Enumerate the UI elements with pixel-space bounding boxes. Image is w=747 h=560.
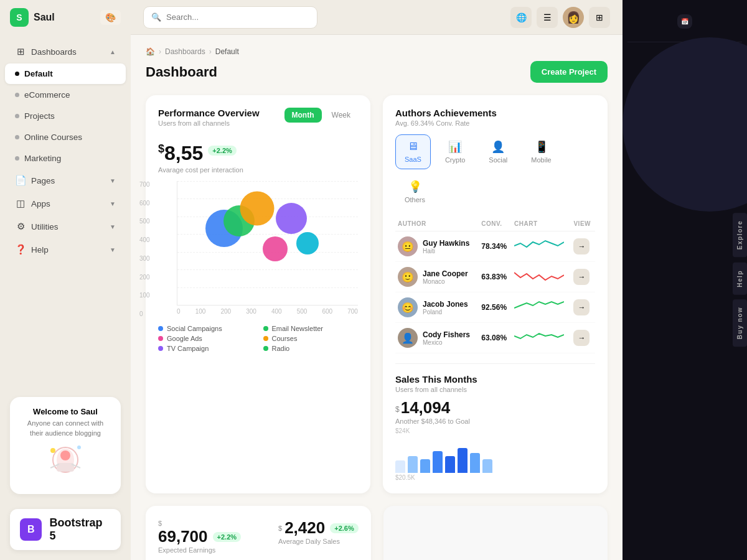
settings-button[interactable]: ☰ (537, 7, 558, 28)
col-chart: CHART (512, 217, 571, 231)
help-label[interactable]: Help (733, 263, 747, 295)
y-axis-labels: 7006005004003002001000 (139, 181, 150, 317)
placeholder-card (383, 506, 608, 560)
content-area: 🏠 › Dashboards › Default Dashboard Creat… (131, 35, 622, 560)
sales-month-title: Sales This Months (395, 374, 477, 385)
cards-row: Performance Overview Users from all chan… (146, 95, 608, 493)
sidebar-toggle-button[interactable]: 🎨 (100, 10, 121, 25)
tab-mobile[interactable]: 📱 Mobile (522, 134, 560, 169)
app-name: Saul (34, 12, 55, 23)
chevron-icon: ▼ (110, 223, 116, 230)
home-icon: 🏠 (146, 47, 155, 56)
earnings-badge: +2.2% (213, 532, 242, 542)
pages-icon: 📄 (15, 175, 26, 186)
user-avatar[interactable]: 👩 (563, 7, 584, 28)
author-avatar: 😐 (398, 236, 418, 256)
authors-card: Authors Achievements Avg. 69.34% Conv. R… (383, 95, 608, 493)
view-button[interactable]: → (573, 299, 590, 315)
sidebar-item-default[interactable]: Default (5, 63, 126, 84)
authors-tabs: 🖥 SaaS 📊 Crypto 👤 Social 📱 Mobile (395, 134, 595, 209)
right-panel: 📅 🔔 🏠 { } ⊞ Explore Help Buy now (622, 0, 747, 560)
sidebar-item-help[interactable]: ❓ Help ▼ (5, 238, 126, 261)
sidebar-item-marketing[interactable]: Marketing (5, 148, 126, 169)
grid-line (177, 269, 358, 270)
sidebar-item-label: Apps (31, 199, 50, 208)
chart-tabs: Month Week (284, 108, 358, 123)
bar (433, 451, 443, 473)
legend-dot (158, 326, 163, 331)
sparkline-chart (514, 299, 564, 314)
create-project-button[interactable]: Create Project (530, 61, 608, 83)
svg-point-5 (77, 446, 81, 449)
legend-dot (158, 346, 163, 351)
performance-label: Avarage cost per interaction (158, 166, 358, 174)
bubble-ads (240, 191, 274, 225)
performance-value: $8,55 (158, 142, 203, 165)
chevron-icon: ▼ (110, 246, 116, 253)
legend-social: Social Campaigns (158, 325, 253, 332)
sidebar-item-label: Dashboards (31, 47, 77, 57)
daily-sales-badge: +2.6% (330, 523, 359, 533)
notification-button[interactable]: 🌐 (510, 7, 532, 28)
calendar-widget: 📅 (677, 14, 692, 29)
tab-saas[interactable]: 🖥 SaaS (395, 134, 431, 169)
bubble-chart (177, 181, 358, 306)
table-row: 😊 Jacob Jones Poland 92.56% (395, 292, 595, 323)
legend-dot (263, 346, 268, 351)
sidebar-item-pages[interactable]: 📄 Pages ▼ (5, 169, 126, 192)
performance-badge: +2.2% (208, 146, 237, 156)
search-bar: 🔍 (143, 6, 317, 29)
sidebar-item-utilities[interactable]: ⚙ Utilities ▼ (5, 215, 126, 238)
daily-sales-title: Average Daily Sales (278, 538, 359, 545)
buy-now-label[interactable]: Buy now (733, 299, 747, 347)
welcome-subtitle: Anyone can connect with their audience b… (20, 419, 111, 438)
tab-week[interactable]: Week (324, 108, 358, 123)
tab-month[interactable]: Month (284, 108, 322, 123)
sidebar-item-label: Marketing (24, 154, 61, 163)
sidebar-item-dashboards[interactable]: ⊞ Dashboards ▲ (5, 40, 126, 63)
tab-social[interactable]: 👤 Social (479, 134, 517, 169)
bootstrap-label: Bootstrap 5 (49, 516, 111, 543)
nav-dot (15, 156, 19, 161)
col-author: AUTHOR (395, 217, 479, 231)
authors-title: Authors Achievements (395, 108, 595, 118)
sidebar-item-label: Default (24, 69, 53, 78)
table-row: 👤 Cody Fishers Mexico 63.08% (395, 323, 595, 353)
chevron-icon: ▼ (110, 200, 116, 207)
search-input[interactable] (166, 12, 309, 22)
bar (482, 459, 492, 474)
view-button[interactable]: → (573, 269, 590, 285)
sidebar-item-label: Utilities (31, 222, 59, 231)
authors-subtitle: Avg. 69.34% Conv. Rate (395, 119, 595, 127)
page-title: Dashboard (146, 64, 217, 80)
daily-sales-value: 2,420 (284, 518, 325, 538)
earnings-card: $ 69,700 +2.2% Expected Earnings $ 2,420… (146, 506, 371, 560)
bar (458, 448, 467, 473)
view-button[interactable]: → (573, 330, 590, 346)
explore-label[interactable]: Explore (733, 213, 747, 257)
sales-month-subtitle: Users from all channels (395, 386, 477, 393)
svg-point-4 (50, 448, 55, 453)
topbar-actions: 🌐 ☰ 👩 ⊞ (510, 7, 610, 28)
bar (420, 459, 430, 474)
social-icon: 👤 (491, 140, 505, 154)
sidebar-item-apps[interactable]: ◫ Apps ▼ (5, 192, 126, 215)
sidebar-item-ecommerce[interactable]: eCommerce (5, 85, 126, 105)
grid-button[interactable]: ⊞ (589, 7, 610, 28)
conv-value: 63.83% (479, 262, 512, 292)
sidebar-item-projects[interactable]: Projects (5, 106, 126, 126)
legend-tv: TV Campaign (158, 345, 253, 352)
tab-crypto[interactable]: 📊 Crypto (436, 134, 474, 169)
sparkline-chart (514, 238, 564, 253)
nav-dot (15, 93, 19, 97)
performance-title: Performance Overview (158, 108, 260, 118)
legend-courses: Courses (263, 335, 359, 342)
view-button[interactable]: → (573, 238, 590, 254)
tab-others[interactable]: 💡 Others (395, 174, 435, 209)
sidebar-item-label: Online Courses (24, 133, 82, 142)
topbar: 🔍 🌐 ☰ 👩 ⊞ (131, 0, 622, 35)
x-axis-labels: 0100200300400500600700 (177, 306, 358, 317)
saas-icon: 🖥 (407, 140, 418, 153)
sidebar-item-online-courses[interactable]: Online Courses (5, 127, 126, 147)
svg-rect-3 (57, 463, 74, 472)
